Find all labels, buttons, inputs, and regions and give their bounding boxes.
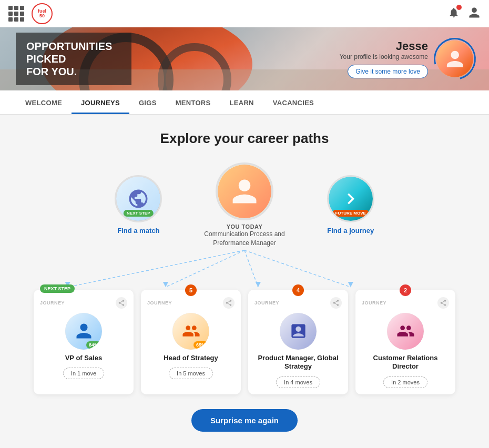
you-today-node: YOU TODAY Communication Process and Pref… xyxy=(204,162,284,248)
card-title: Head of Strategy xyxy=(147,354,235,363)
card-moves: In 5 moves xyxy=(147,368,235,379)
card-share-icon[interactable] xyxy=(116,297,127,309)
nav-vacancies[interactable]: VACANCIES xyxy=(263,90,323,114)
notification-badge xyxy=(456,5,462,10)
card-match-badge: 65% xyxy=(193,341,208,349)
card-title: VP of Sales xyxy=(40,354,127,363)
future-move-badge: FUTURE MOVE xyxy=(332,210,369,217)
card-title: Product Manager, Global Strategy xyxy=(254,354,342,372)
card-avatar-product-manager xyxy=(280,313,317,350)
card-share-icon[interactable] xyxy=(437,297,449,309)
svg-line-1 xyxy=(166,250,244,287)
nav-gigs[interactable]: GIGS xyxy=(129,90,166,114)
card-avatar-strategy: 65% xyxy=(172,313,209,350)
card-header-label: JOURNEY xyxy=(147,300,172,306)
card-moves-button[interactable]: In 4 moves xyxy=(276,376,320,388)
surprise-section: Surprise me again xyxy=(11,409,478,432)
card-moves: In 4 moves xyxy=(254,376,342,388)
card-moves-button[interactable]: In 5 moves xyxy=(169,368,213,379)
next-step-badge: NEXT STEP xyxy=(124,210,153,217)
svg-line-3 xyxy=(244,250,351,287)
journey-card-product-manager: 4 JOURNEY Product Manager, Global Strate… xyxy=(248,290,348,395)
career-diagram: NEXT STEP Find a match YOU TODAY Communi… xyxy=(11,162,478,394)
svg-line-0 xyxy=(68,250,244,287)
nav-welcome[interactable]: WELCOME xyxy=(16,90,72,114)
card-title: Customer Relations Director xyxy=(362,354,449,372)
hero-avatar xyxy=(436,40,473,77)
top-row: NEXT STEP Find a match YOU TODAY Communi… xyxy=(11,162,478,248)
hero-cta-button[interactable]: Give it some more love xyxy=(348,65,428,78)
hero-headline: OPPORTUNITIES PICKED FOR YOU. xyxy=(16,33,131,85)
card-header-label: JOURNEY xyxy=(362,300,386,306)
svg-marker-7 xyxy=(348,282,353,287)
topbar-left: fuel50 xyxy=(8,3,53,24)
user-menu-icon[interactable] xyxy=(468,6,481,21)
card-header-label: JOURNEY xyxy=(40,300,65,306)
topbar: fuel50 xyxy=(0,0,489,27)
main-nav: WELCOME JOURNEYS GIGS MENTORS LEARN VACA… xyxy=(0,90,489,115)
svg-line-2 xyxy=(244,250,258,287)
topbar-right xyxy=(448,6,481,21)
card-header-label: JOURNEY xyxy=(254,300,279,306)
grid-icon[interactable] xyxy=(8,6,24,22)
svg-marker-6 xyxy=(256,282,261,287)
app-logo[interactable]: fuel50 xyxy=(32,3,53,24)
card-moves-button[interactable]: In 2 moves xyxy=(383,376,427,388)
card-next-step-badge: NEXT STEP xyxy=(40,284,75,293)
main-content: Explore your career paths NEXT STEP Find… xyxy=(0,115,489,448)
hero-banner: OPPORTUNITIES PICKED FOR YOU. Jesse Your… xyxy=(0,27,489,90)
future-move-node[interactable]: FUTURE MOVE Find a journey xyxy=(327,175,374,235)
journey-card-head-strategy: 5 JOURNEY 65% Head of Strategy In 5 move… xyxy=(141,290,241,395)
card-avatar-vp-sales: 84% xyxy=(65,313,102,350)
next-step-node[interactable]: NEXT STEP Find a match xyxy=(115,175,162,235)
journey-cards-row: NEXT STEP JOURNEY 84% VP of Sales In 1 m… xyxy=(11,290,478,395)
find-journey-link[interactable]: Find a journey xyxy=(327,227,374,235)
you-today-label: YOU TODAY xyxy=(227,223,263,230)
connection-lines xyxy=(11,248,478,290)
you-today-role: Communication Process and Preformance Ma… xyxy=(204,230,284,248)
journey-card-customer-relations: 2 JOURNEY Customer Relations Director In… xyxy=(355,290,455,395)
nav-mentors[interactable]: MENTORS xyxy=(166,90,220,114)
nav-learn[interactable]: LEARN xyxy=(220,90,263,114)
section-title: Explore your career paths xyxy=(11,130,478,147)
nav-journeys[interactable]: JOURNEYS xyxy=(72,90,129,114)
hero-user-name: Jesse xyxy=(340,39,428,53)
card-moves: In 1 move xyxy=(40,368,127,379)
card-moves: In 2 moves xyxy=(362,376,449,388)
card-share-icon[interactable] xyxy=(223,297,235,309)
card-match-badge: 84% xyxy=(86,341,101,349)
card-num-badge: 4 xyxy=(292,284,304,296)
card-avatar-customer-relations xyxy=(387,313,424,350)
card-num-badge: 2 xyxy=(400,284,411,296)
card-share-icon[interactable] xyxy=(330,297,342,309)
surprise-button[interactable]: Surprise me again xyxy=(191,409,298,432)
journey-card-vp-sales: NEXT STEP JOURNEY 84% VP of Sales In 1 m… xyxy=(34,290,134,395)
card-num-badge: 5 xyxy=(185,284,197,296)
notifications-icon[interactable] xyxy=(448,7,460,21)
find-match-link[interactable]: Find a match xyxy=(117,227,159,235)
hero-user-subtitle: Your profile is looking awesome xyxy=(340,53,428,60)
card-moves-button[interactable]: In 1 move xyxy=(63,368,104,379)
hero-profile: Jesse Your profile is looking awesome Gi… xyxy=(340,39,473,78)
